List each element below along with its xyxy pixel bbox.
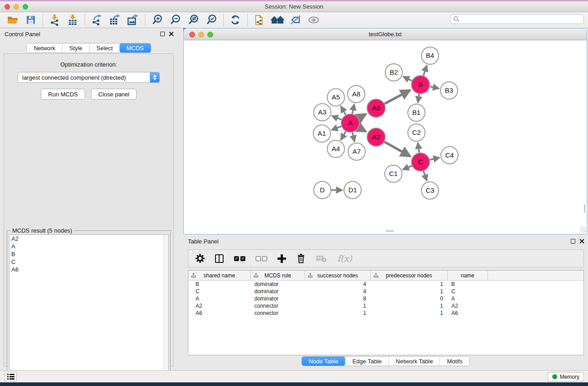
tab-select[interactable]: Select	[89, 43, 120, 52]
show-details-button[interactable]	[305, 13, 323, 27]
table-cell[interactable]: B	[188, 281, 251, 288]
import-table-button[interactable]	[64, 13, 82, 27]
table-cell[interactable]: C	[188, 288, 251, 295]
column-header-name[interactable]: name	[448, 271, 488, 280]
select-all-button[interactable]: ✓ ✓	[234, 256, 245, 261]
table-cell[interactable]: 4	[305, 281, 371, 288]
open-session-button[interactable]	[4, 13, 22, 27]
edge-A-A1[interactable]	[332, 126, 342, 130]
network-window-titlebar[interactable]: testGlobe.txt	[184, 29, 587, 40]
table-cell[interactable]: 8	[305, 295, 371, 302]
table-cell[interactable]: A2	[188, 302, 251, 310]
tab-style[interactable]: Style	[62, 43, 89, 52]
edge-B-B1[interactable]	[418, 94, 419, 103]
result-item[interactable]: A	[10, 243, 168, 250]
tab-motifs[interactable]: Motifs	[440, 357, 469, 366]
table-row[interactable]: Bdominator41B	[188, 281, 583, 288]
show-all-levels-button[interactable]	[268, 13, 287, 27]
deselect-all-button[interactable]	[256, 256, 267, 261]
result-item[interactable]: A2	[10, 235, 168, 243]
table-row[interactable]: Cdominator41C	[188, 288, 583, 295]
tab-edge-table[interactable]: Edge Table	[345, 357, 388, 366]
table-cell[interactable]: dominator	[251, 281, 305, 288]
close-panel-button[interactable]: Close panel	[91, 89, 137, 100]
network-vscroll[interactable]	[584, 205, 585, 213]
zoom-in-button[interactable]	[148, 13, 166, 27]
tab-network-table[interactable]: Network Table	[388, 357, 440, 366]
table-cell[interactable]: 1	[305, 302, 371, 310]
table-cell[interactable]: A6	[188, 310, 251, 317]
edge-A-A5[interactable]	[341, 106, 346, 115]
task-history-button[interactable]	[5, 372, 17, 381]
result-scrollbar[interactable]	[163, 235, 168, 383]
float-table-panel-icon[interactable]	[571, 239, 575, 243]
edge-A-A2[interactable]	[359, 128, 366, 132]
table-cell[interactable]: 1	[305, 310, 371, 317]
network-canvas[interactable]: B4B2BB3A5A8A6A3AB1A1A2C2A4A7C4CC1C3DD1	[184, 41, 586, 233]
table-cell[interactable]: dominator	[251, 295, 305, 302]
table-cell[interactable]: A6	[448, 310, 488, 317]
network-from-selection-button[interactable]	[250, 13, 268, 27]
table-cell[interactable]: connector	[251, 310, 305, 317]
table-cell[interactable]: A	[448, 295, 488, 302]
export-image-button[interactable]	[124, 13, 142, 27]
edge-B-B4[interactable]	[424, 66, 427, 76]
table-cell[interactable]: 4	[305, 288, 371, 295]
search-input[interactable]	[450, 14, 584, 24]
float-panel-icon[interactable]	[160, 32, 165, 36]
delete-table-button[interactable]	[316, 254, 327, 262]
column-header-mcds-role[interactable]: MCDS role	[251, 271, 305, 280]
resize-grip-icon[interactable]	[580, 227, 586, 232]
export-network-button[interactable]	[88, 13, 106, 27]
save-session-button[interactable]	[22, 13, 40, 27]
delete-column-button[interactable]	[296, 253, 306, 263]
memory-button[interactable]: Memory	[548, 372, 584, 381]
table-cell[interactable]: C	[448, 288, 488, 295]
edge-B-B2[interactable]	[403, 77, 412, 81]
result-item[interactable]: B	[10, 250, 168, 258]
edge-B-B3[interactable]	[430, 86, 439, 88]
close-panel-icon[interactable]	[169, 31, 174, 36]
column-header-shared-name[interactable]: shared name	[188, 271, 251, 280]
edge-C-C2[interactable]	[418, 143, 419, 153]
table-settings-button[interactable]	[196, 254, 205, 263]
table-cell[interactable]: 1	[371, 281, 448, 288]
apply-layout-button[interactable]	[226, 13, 244, 27]
table-row[interactable]: A6connector11A6	[188, 310, 583, 317]
result-item[interactable]: A6	[10, 266, 168, 273]
table-row[interactable]: A2connector11A2	[188, 302, 583, 310]
mcds-result-list[interactable]: A2ABCA6	[9, 234, 169, 384]
tab-network[interactable]: Network	[27, 43, 62, 52]
edge-C-C3[interactable]	[424, 171, 427, 181]
tab-mcds[interactable]: MCDS	[120, 43, 150, 52]
export-table-button[interactable]	[106, 13, 124, 27]
import-network-button[interactable]	[46, 13, 64, 27]
table-cell[interactable]: 1	[371, 302, 448, 310]
edge-A-A3[interactable]	[332, 116, 341, 119]
network-hscroll[interactable]	[386, 230, 394, 232]
edge-A-A8[interactable]	[352, 104, 354, 114]
table-cell[interactable]: A2	[448, 302, 488, 310]
column-header-successor-nodes[interactable]: successor nodes	[305, 271, 371, 280]
close-table-panel-icon[interactable]	[579, 238, 584, 243]
add-column-button[interactable]	[277, 254, 286, 263]
column-visibility-button[interactable]	[215, 254, 224, 263]
result-item[interactable]: C	[10, 258, 168, 266]
zoom-fit-button[interactable]	[184, 13, 202, 27]
table-cell[interactable]: dominator	[251, 288, 305, 295]
table-cell[interactable]: 0	[371, 295, 448, 302]
table-row[interactable]: Adominator80A	[188, 295, 583, 302]
criterion-dropdown[interactable]: largest connected component (directed)	[18, 72, 160, 83]
zoom-selected-button[interactable]	[202, 13, 220, 27]
edge-A-A4[interactable]	[341, 131, 346, 140]
column-header-predecessor-nodes[interactable]: predecessor nodes	[371, 271, 448, 280]
table-cell[interactable]: 1	[371, 310, 448, 317]
zoom-out-button[interactable]	[166, 13, 184, 27]
run-mcds-button[interactable]: Run MCDS	[41, 89, 85, 100]
table-cell[interactable]: A	[188, 295, 251, 302]
table-cell[interactable]: 1	[371, 288, 448, 295]
hide-labels-button[interactable]	[287, 13, 305, 27]
function-builder-button[interactable]: f(x)	[337, 253, 352, 263]
table-cell[interactable]: connector	[251, 302, 305, 310]
edge-C-C1[interactable]	[403, 166, 412, 170]
